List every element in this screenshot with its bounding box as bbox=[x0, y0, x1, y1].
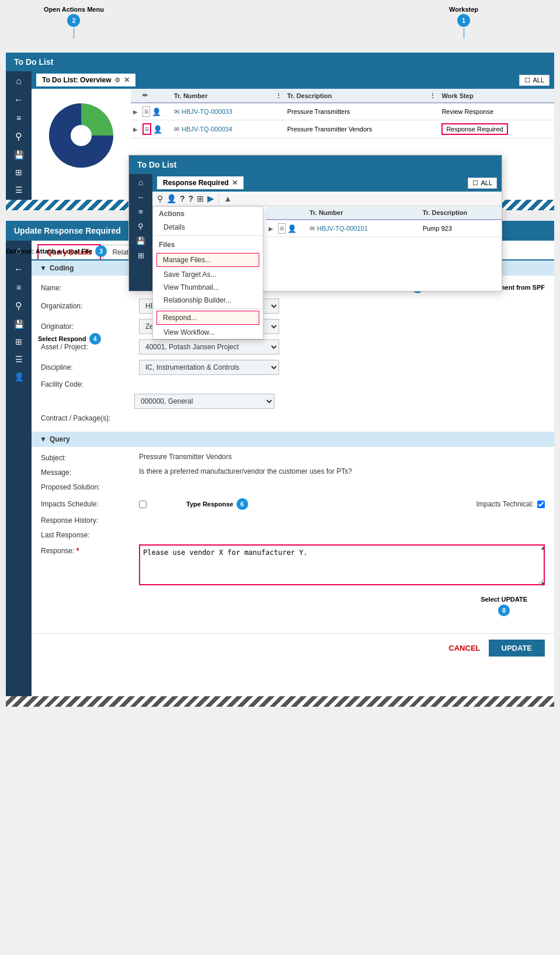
subject-label: Subject: bbox=[41, 453, 134, 462]
row2-expand[interactable]: ▶ bbox=[131, 120, 140, 138]
type-response-annot: Type Response 6 bbox=[186, 498, 248, 510]
tab-rr-label: Response Required bbox=[163, 179, 229, 187]
p2-col-tr-desc: Tr. Description bbox=[418, 206, 502, 220]
up-pin-icon[interactable]: ⚲ bbox=[15, 300, 22, 311]
up-list-icon[interactable]: ≡ bbox=[16, 283, 21, 292]
up-back-icon[interactable]: ← bbox=[14, 264, 23, 275]
p2-grid-icon[interactable]: ⊞ bbox=[138, 251, 144, 260]
scroll-up-icon[interactable]: ▲ bbox=[540, 544, 546, 551]
row1-list-icon[interactable]: ≡ bbox=[142, 106, 150, 117]
row2-tr-num-val: HBJV-TQ-000034 bbox=[182, 126, 232, 133]
response-textarea[interactable]: Please use vendor X for manufacturer Y. bbox=[139, 544, 545, 585]
subject-value: Pressure Transmitter Vendors bbox=[139, 453, 232, 461]
p2-pin-icon[interactable]: ⚲ bbox=[138, 222, 144, 231]
row1-person-icon[interactable]: 👤 bbox=[152, 107, 161, 116]
p2-toolbar: ⚲ 👤 ? ? ⊞ ▶ ▲ bbox=[152, 192, 502, 206]
query-form: Subject: Pressure Transmitter Vendors Me… bbox=[32, 447, 554, 598]
message-value: Is there a preferred manufacturer/vendor… bbox=[139, 467, 352, 475]
facility-label: Facility Code: bbox=[41, 380, 134, 388]
close-p2-icon[interactable]: ✕ bbox=[232, 179, 238, 187]
p2-table-area: Tr. Number Tr. Description ▶ bbox=[266, 206, 502, 237]
annotation-bubble-3: 3 bbox=[95, 245, 107, 257]
menu-item-manage-files[interactable]: Manage Files... bbox=[156, 253, 259, 267]
tab-todo-overview[interactable]: To Do List: Overview ⚙ ✕ bbox=[36, 74, 135, 86]
asset-select[interactable]: 40001, Potash Jansen Project bbox=[139, 339, 279, 355]
query-section-header[interactable]: ▼ Query bbox=[32, 432, 554, 447]
todo-panel-2-header: To Do List bbox=[129, 155, 502, 174]
menu-item-view-thumbnail[interactable]: View Thumbnail... bbox=[153, 281, 263, 294]
pin-icon[interactable]: ⚲ bbox=[15, 131, 22, 142]
p2-save-icon[interactable]: 💾 bbox=[136, 237, 145, 245]
coding-form: Name: Response Required 7 Optional: Atta… bbox=[32, 276, 554, 432]
row1-icons: ≡ 👤 bbox=[140, 103, 169, 120]
message-label: Message: bbox=[41, 467, 134, 477]
checkbox-all-btn[interactable]: ☐ ALL bbox=[519, 75, 549, 86]
tab-response-required[interactable]: Response Required ✕ bbox=[157, 176, 244, 189]
p2-home-icon[interactable]: ⌂ bbox=[138, 178, 143, 187]
query-label: Query bbox=[50, 435, 70, 443]
discipline-select[interactable]: IC, Instrumentation & Controls bbox=[139, 360, 279, 375]
up-menu-icon[interactable]: ☰ bbox=[15, 355, 23, 364]
close-tab-icon[interactable]: ✕ bbox=[124, 76, 130, 84]
row2-work-step: Response Required bbox=[437, 120, 554, 138]
col-tr-desc-header: Tr. Description bbox=[283, 89, 429, 103]
p2-row1-tr-number: ✉ HBJV-TQ-000101 bbox=[305, 220, 410, 237]
select-respond-label-area: Select Respond 4 bbox=[38, 333, 101, 345]
up-save-icon[interactable]: 💾 bbox=[14, 320, 24, 329]
bottom-actions: CANCEL UPDATE bbox=[32, 633, 554, 662]
toolbar-arrow-icon[interactable]: ▶ bbox=[207, 194, 214, 203]
col-actions-header: ✏ bbox=[142, 92, 148, 99]
todo-panel-1-header: To Do List bbox=[6, 53, 554, 71]
toolbar-scroll-up[interactable]: ▲ bbox=[224, 194, 232, 203]
todo-panel-2: To Do List ⌂ ← ≡ ⚲ 💾 ⊞ Response Required bbox=[128, 155, 502, 291]
todo-panel-1: To Do List ⌂ ← ≡ ⚲ 💾 ⊞ ☰ To Do List: Ove… bbox=[6, 53, 554, 200]
workstep-label: Workstep bbox=[449, 6, 478, 13]
cancel-button[interactable]: CANCEL bbox=[448, 644, 480, 652]
p2-list-icon[interactable]: ≡ bbox=[138, 207, 143, 216]
toolbar-q-icon[interactable]: ? bbox=[180, 194, 185, 203]
toolbar-q2-icon[interactable]: ? bbox=[189, 194, 194, 203]
list-icon[interactable]: ≡ bbox=[16, 113, 21, 123]
up-grid-icon[interactable]: ⊞ bbox=[15, 337, 22, 346]
impacts-technical-checkbox[interactable] bbox=[537, 501, 545, 508]
toolbar-divider bbox=[218, 194, 219, 203]
response-label: Response: * bbox=[41, 544, 134, 555]
grid-icon[interactable]: ⊞ bbox=[15, 168, 22, 177]
toolbar-grid-icon[interactable]: ⊞ bbox=[197, 194, 204, 203]
p2-back-icon[interactable]: ← bbox=[137, 193, 145, 202]
facility-select[interactable]: 000000, General bbox=[134, 394, 274, 409]
p2-row1-list-icon[interactable]: ≡ bbox=[278, 223, 286, 234]
col-sep1: ⋮ bbox=[274, 89, 283, 103]
menu-item-relationship[interactable]: Relationship Builder... bbox=[153, 294, 263, 307]
row2-list-icon[interactable]: ≡ bbox=[142, 123, 151, 135]
row1-expand[interactable]: ▶ bbox=[131, 103, 140, 120]
back-icon[interactable]: ← bbox=[14, 95, 23, 105]
p2-row1-person-icon[interactable]: 👤 bbox=[287, 224, 297, 233]
impacts-schedule-checkbox[interactable] bbox=[139, 501, 147, 508]
sidebar-left: ⌂ ← ≡ ⚲ 💾 ⊞ ☰ bbox=[6, 71, 32, 200]
toolbar-person-icon[interactable]: 👤 bbox=[166, 194, 176, 203]
menu-item-save-target[interactable]: Save Target As... bbox=[153, 268, 263, 281]
save-icon[interactable]: 💾 bbox=[14, 150, 24, 159]
up-person-icon[interactable]: 👤 bbox=[14, 372, 24, 381]
all-checkbox-icon: ☐ bbox=[524, 77, 530, 84]
files-section-label: Files bbox=[153, 238, 263, 252]
toolbar-pin-icon[interactable]: ⚲ bbox=[157, 194, 163, 203]
svg-point-1 bbox=[71, 125, 92, 146]
todo-panel-2-content: Response Required ✕ ☐ ALL ⚲ 👤 ? ? bbox=[152, 174, 502, 291]
actions-section-label: Actions bbox=[153, 207, 263, 221]
home-icon[interactable]: ⌂ bbox=[16, 76, 22, 86]
menu-item-respond[interactable]: Respond... bbox=[156, 311, 259, 325]
p2-checkbox-all[interactable]: ☐ ALL bbox=[468, 178, 497, 189]
update-button[interactable]: UPDATE bbox=[489, 640, 545, 657]
menu-item-details[interactable]: Details bbox=[153, 221, 263, 234]
scroll-down-icon[interactable]: ▼ bbox=[540, 581, 546, 587]
p2-row1-expand[interactable]: ▶ bbox=[266, 220, 276, 237]
menu-item-view-workflow[interactable]: View Workflow... bbox=[153, 326, 263, 339]
row2-person-icon[interactable]: 👤 bbox=[153, 125, 162, 134]
settings-tab-icon[interactable]: ⚙ bbox=[114, 77, 120, 84]
menu-icon[interactable]: ☰ bbox=[15, 185, 23, 195]
p2-col-tr-number: Tr. Number bbox=[305, 206, 410, 220]
annotation-bubble-1: 1 bbox=[457, 14, 470, 27]
open-actions-menu-label: Open Actions Menu bbox=[44, 6, 104, 13]
